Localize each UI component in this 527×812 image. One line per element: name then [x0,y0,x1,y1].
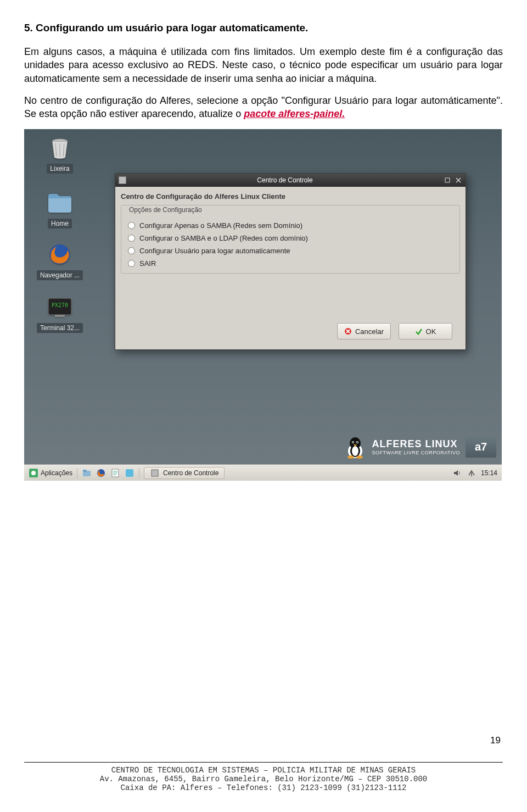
radio-option-auto-login[interactable]: Configurar Usuário para logar automatica… [128,244,453,257]
close-icon[interactable] [455,177,462,183]
control-center-window: Centro de Controle Centro de Configuraçã… [115,173,466,350]
firefox-tray-icon[interactable] [96,468,106,478]
app-tray-icon[interactable] [125,468,134,478]
taskbar-window-button[interactable]: Centro de Controle [144,467,225,479]
paragraph-1: Em alguns casos, a máquina é utilizada c… [24,45,503,85]
radio-label: Configurar Usuário para logar automatica… [139,247,290,255]
brand-tagline: SOFTWARE LIVRE CORPORATIVO [372,450,460,455]
radio-label: Configurar o SAMBA e o LDAP (Redes com d… [139,234,308,242]
ok-icon [415,327,423,335]
desktop-icon-label: Terminal 32... [37,323,83,333]
volume-icon[interactable] [452,468,462,478]
footer-line-2: Av. Amazonas, 6455, Bairro Gameleira, Be… [24,775,503,783]
firefox-icon [47,241,73,268]
svg-marker-36 [454,470,458,476]
desktop-icon-home[interactable]: Home [35,190,85,229]
button-label: OK [426,327,436,336]
taskbar-window-label: Centro de Controle [163,469,218,477]
editor-tray-icon[interactable] [110,468,120,478]
os-brand-logo: ALFERES LINUX SOFTWARE LIVRE CORPORATIVO… [344,435,496,459]
taskbar: Aplicações Centro de Controle [24,464,502,481]
window-title: Centro de Controle [130,176,440,184]
radio-option-exit[interactable]: SAIR [128,257,453,270]
svg-point-20 [352,442,354,443]
frame-title: Opções de Configuração [127,206,204,214]
terminal-icon: PX270 [47,294,73,320]
menu-label: Aplicações [41,469,72,477]
desktop-icon-label: Home [48,219,72,229]
button-label: Cancelar [355,327,384,336]
desktop-icon-label: Lixeira [47,164,72,174]
window-app-icon [119,176,126,184]
penguin-icon [344,435,366,459]
svg-rect-34 [126,469,133,477]
radio-icon [128,222,135,229]
svg-rect-28 [83,470,87,472]
desktop-icon-label: Navegador ... [37,270,83,280]
cancel-button[interactable]: Cancelar [337,323,391,340]
radio-label: Configurar Apenas o SAMBA (Redes sem Dom… [139,221,302,230]
desktop-icon-terminal[interactable]: PX270 Terminal 32... [35,294,85,333]
options-frame: Opções de Configuração Configurar Apenas… [121,205,460,274]
taskbar-separator [139,468,139,478]
section-heading: 5. Configurando um usuário para logar au… [24,22,503,34]
radio-label: SAIR [139,259,156,268]
package-link[interactable]: pacote alferes-painel. [244,108,345,119]
svg-rect-7 [55,315,65,317]
svg-rect-35 [152,470,158,476]
radio-icon [128,235,135,242]
applications-menu[interactable]: Aplicações [29,468,72,478]
svg-point-24 [356,455,363,459]
svg-point-26 [31,471,36,475]
footer-line-1: CENTRO DE TECNOLOGIA EM SISTEMAS – POLIC… [24,762,503,775]
dialog-section-title: Centro de Configuração do Alferes Linux … [121,192,460,201]
radio-icon [128,247,135,254]
files-tray-icon[interactable] [82,468,92,478]
brand-name: ALFERES LINUX [372,438,460,450]
svg-point-23 [347,455,354,459]
desktop-icon-browser[interactable]: Navegador ... [35,241,85,280]
taskbar-clock[interactable]: 15:14 [481,469,497,477]
maximize-icon[interactable] [444,177,451,183]
svg-point-17 [352,446,358,456]
radio-icon [128,260,135,267]
taskbar-separator [77,468,77,478]
window-titlebar[interactable]: Centro de Controle [115,174,466,187]
trash-icon [47,135,73,161]
radio-option-samba-ldap[interactable]: Configurar o SAMBA e o LDAP (Redes com d… [128,232,453,244]
desktop-screenshot: Lixeira Home Navegador ... [24,129,502,481]
window-icon [150,468,160,478]
ok-button[interactable]: OK [399,323,452,340]
network-icon[interactable] [467,468,476,478]
footer-line-3: Caixa de PA: Alferes – Telefones: (31) 2… [24,783,503,792]
page-footer: CENTRO DE TECNOLOGIA EM SISTEMAS – POLIC… [24,762,503,792]
folder-icon [47,190,73,216]
radio-option-samba[interactable]: Configurar Apenas o SAMBA (Redes sem Dom… [128,219,453,232]
svg-text:PX270: PX270 [52,302,68,308]
desktop-icon-trash[interactable]: Lixeira [35,135,85,174]
menu-icon [29,468,38,478]
paragraph-2: No centro de configuração do Alferes, se… [24,94,503,121]
brand-badge: a7 [466,436,496,458]
svg-rect-8 [445,178,450,182]
page-number: 19 [490,735,501,746]
svg-point-21 [357,442,358,443]
cancel-icon [344,327,352,335]
